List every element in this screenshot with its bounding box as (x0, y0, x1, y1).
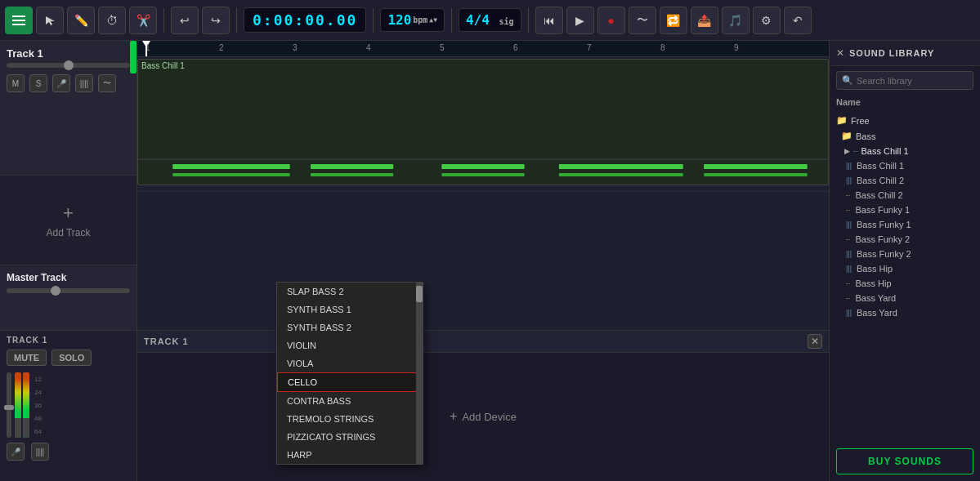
timeline-ruler: 1 2 3 4 5 6 7 8 9 (137, 41, 829, 57)
library-item-bass-funky-1-b[interactable]: ||| Bass Funky 1 (830, 217, 980, 232)
automation-button[interactable]: 〜 (629, 7, 656, 34)
track1-s-button[interactable]: S (29, 74, 47, 92)
dropdown-synth-bass-1[interactable]: SYNTH BASS 1 (277, 301, 423, 318)
library-folder-bass[interactable]: 📁 Bass (830, 128, 980, 144)
undo-history-button[interactable]: ↶ (784, 7, 812, 34)
track1-bottom: TRACK 1 MUTE SOLO (0, 330, 136, 481)
item-label-bass-hip-a: Bass Hip (857, 264, 893, 274)
track1-header: Track 1 M S 🎤 |||| 〜 (0, 41, 136, 176)
master-volume-row (7, 288, 130, 293)
library-item-bass-chill-2-a[interactable]: ||| Bass Chill 2 (830, 173, 980, 188)
track1-mic-button[interactable]: 🎤 (52, 74, 70, 92)
svg-rect-10 (559, 173, 683, 176)
add-device-plus-icon: + (450, 409, 457, 424)
add-track-icon: + (63, 203, 74, 224)
dropdown-tremolo-strings[interactable]: TREMOLO STRINGS (277, 410, 423, 428)
buy-sounds-button[interactable]: BUY SOUNDS (836, 448, 973, 474)
settings-button[interactable]: ⚙ (753, 7, 781, 34)
library-bass-chill-1-label: Bass Chill 1 (861, 146, 909, 156)
library-folder-free[interactable]: 📁 Free (830, 113, 980, 128)
ruler-tick-6: 6 (513, 43, 518, 52)
track1-volume-row (7, 63, 130, 68)
loop-icon-3: -· (846, 235, 851, 243)
playhead (145, 41, 147, 57)
record-button[interactable]: ● (597, 7, 625, 34)
library-title: SOUND LIBRARY (849, 48, 934, 58)
dropdown-cello[interactable]: CELLO (277, 372, 423, 392)
library-item-bass-funky-2-a[interactable]: -· Bass Funky 2 (830, 232, 980, 247)
clip-block[interactable]: Bass Chill 1 (137, 59, 829, 185)
library-item-bass-funky-2-b[interactable]: ||| Bass Funky 2 (830, 247, 980, 261)
time-signature-display[interactable]: 4/4 sig (459, 8, 521, 32)
dropdown-contra-bass[interactable]: CONTRA BASS (277, 392, 423, 410)
loop-button[interactable]: 🔁 (660, 7, 687, 34)
loop-icon-4: -· (846, 279, 851, 287)
export-button[interactable]: 📤 (691, 7, 718, 34)
library-item-bass-chill-2-b[interactable]: -· Bass Chill 2 (830, 188, 980, 203)
wave-icon-3: ||| (846, 220, 852, 229)
mute-button[interactable]: MUTE (7, 350, 47, 366)
library-item-bass-yard-b[interactable]: ||| Bass Yard (830, 305, 980, 320)
library-item-bass-yard-a[interactable]: -· Bass Yard (830, 291, 980, 305)
library-item-bass-hip-a[interactable]: ||| Bass Hip (830, 261, 980, 276)
metronome-button[interactable]: 🎵 (722, 7, 750, 34)
folder-icon-bass: 📁 (841, 131, 852, 141)
library-folder-bass-chill-1[interactable]: ▶ -· Bass Chill 1 (830, 144, 980, 158)
dropdown-violin[interactable]: VIOLIN (277, 336, 423, 354)
item-label-bass-funky-1-a: Bass Funky 1 (856, 205, 911, 215)
folder-icon-free: 📁 (836, 115, 848, 126)
wave-icon-2: ||| (846, 176, 852, 185)
mute-solo-row: MUTE SOLO (7, 350, 130, 366)
library-item-bass-funky-1-a[interactable]: -· Bass Funky 1 (830, 203, 980, 217)
bpm-value: 120 (387, 12, 411, 28)
svg-rect-3 (172, 164, 289, 169)
clock-tool-button[interactable]: ⏱ (98, 7, 126, 34)
track1-m-button[interactable]: M (7, 74, 25, 92)
hamburger-button[interactable] (5, 7, 33, 34)
level-bar-left (15, 372, 21, 438)
wave-icon-4: ||| (846, 250, 852, 258)
dropdown-viola[interactable]: VIOLA (277, 354, 423, 372)
add-track-label: Add Track (46, 227, 90, 238)
master-volume-slider[interactable] (7, 288, 130, 293)
add-device-area[interactable]: + Add Device (137, 353, 829, 480)
device-header: TRACK 1 ✕ (137, 331, 829, 353)
track1-eq-button[interactable]: |||| (75, 74, 93, 92)
ruler-tick-4: 4 (366, 43, 371, 52)
add-track-section[interactable]: + Add Track (0, 176, 136, 265)
center-panel: 1 2 3 4 5 6 7 8 9 Bass Chill 1 (137, 41, 829, 481)
library-search-input[interactable] (857, 76, 969, 86)
divider-1 (163, 8, 164, 33)
dropdown-harp[interactable]: HARP (277, 446, 423, 464)
dropdown-slap-bass-2[interactable]: SLAP BASS 2 (277, 283, 423, 301)
pan-slider[interactable] (7, 372, 11, 438)
bpm-arrows[interactable]: ▲▼ (429, 16, 437, 24)
dropdown-pizzicato-strings[interactable]: PIZZICATO STRINGS (277, 428, 423, 446)
master-track-section: Master Track (0, 265, 136, 330)
library-item-bass-hip-b[interactable]: -· Bass Hip (830, 276, 980, 291)
bpm-display[interactable]: 120 bpm ▲▼ (380, 8, 445, 32)
library-close-button[interactable]: ✕ (836, 47, 844, 59)
track1-wave-button[interactable]: 〜 (98, 74, 116, 92)
select-tool-button[interactable] (36, 7, 64, 34)
item-label-bass-funky-2-b: Bass Funky 2 (857, 249, 911, 259)
track1-volume-slider[interactable] (7, 63, 130, 68)
play-button[interactable]: ▶ (566, 7, 594, 34)
undo-button[interactable]: ↩ (171, 7, 199, 34)
library-item-bass-chill-1-a[interactable]: ||| Bass Chill 1 (830, 158, 980, 173)
dropdown-synth-bass-2[interactable]: SYNTH BASS 2 (277, 318, 423, 336)
track1-bottom-eq[interactable]: |||| (31, 443, 49, 461)
skip-back-button[interactable]: ⏮ (535, 7, 563, 34)
svg-rect-5 (311, 164, 393, 169)
sig-value: 4/4 (466, 12, 490, 28)
left-panel: Track 1 M S 🎤 |||| 〜 + Add Track Master … (0, 41, 137, 481)
pencil-tool-button[interactable]: ✏️ (67, 7, 95, 34)
library-bass-label: Bass (856, 131, 875, 141)
scissors-tool-button[interactable]: ✂️ (129, 7, 157, 34)
solo-button[interactable]: SOLO (51, 350, 92, 366)
redo-button[interactable]: ↪ (202, 7, 230, 34)
track1-bottom-mic[interactable]: 🎤 (7, 443, 25, 461)
ruler-tick-8: 8 (660, 43, 665, 52)
device-close-button[interactable]: ✕ (808, 334, 822, 349)
bottom-icons-row: 🎤 |||| (7, 443, 130, 461)
